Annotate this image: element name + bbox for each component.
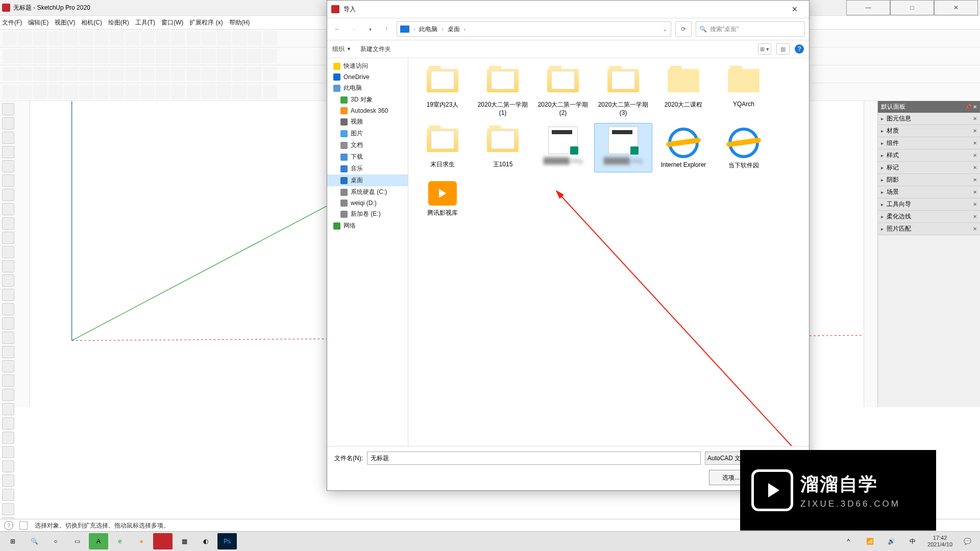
toolbar-tool[interactable]: [140, 49, 155, 63]
toolbar-tool[interactable]: [79, 67, 93, 81]
tree-node[interactable]: 网络: [327, 220, 408, 232]
nav-forward-button[interactable]: →: [348, 23, 360, 35]
left-tool[interactable]: [2, 217, 14, 230]
tray-item-styles[interactable]: 样式✕: [878, 149, 980, 162]
toolbar-tool[interactable]: [217, 85, 231, 99]
toolbar-tool[interactable]: [110, 67, 124, 81]
file-item[interactable]: 2020大二第一学期 (2): [534, 63, 592, 119]
breadcrumb-item[interactable]: 桌面: [448, 25, 460, 34]
toolbar-tool[interactable]: [64, 49, 78, 63]
tree-node[interactable]: 快速访问: [327, 60, 408, 72]
toolbar-tool[interactable]: [94, 49, 109, 63]
tray-ime[interactable]: 中: [903, 533, 922, 549]
toolbar-tool[interactable]: [64, 67, 78, 81]
toolbar-tool[interactable]: [18, 31, 32, 45]
toolbar-tool[interactable]: [94, 67, 109, 81]
toolbar-tool[interactable]: [110, 31, 124, 45]
toolbar-tool[interactable]: [186, 31, 201, 45]
left-tool[interactable]: [2, 403, 14, 415]
toolbar-tool[interactable]: [79, 85, 93, 99]
toolbar-tool[interactable]: [156, 49, 170, 63]
tree-node[interactable]: 此电脑: [327, 82, 408, 94]
file-item[interactable]: YQArch: [715, 63, 773, 119]
left-tool[interactable]: [2, 474, 14, 487]
toolbar-tool[interactable]: [217, 49, 231, 63]
chevron-down-icon[interactable]: ⌄: [663, 26, 668, 33]
tray-icon[interactable]: ^: [839, 533, 858, 549]
toolbar-tool[interactable]: [171, 31, 185, 45]
tree-node[interactable]: 视频: [327, 116, 408, 128]
toolbar-tool[interactable]: [48, 31, 63, 45]
toolbar-tool[interactable]: [125, 49, 139, 63]
left-tool[interactable]: [2, 246, 14, 258]
menu-file[interactable]: 文件(F): [2, 18, 22, 27]
toolbar-tool[interactable]: [248, 49, 262, 63]
file-item[interactable]: 末日求生: [413, 123, 472, 172]
tray-item-tags[interactable]: 标记✕: [878, 162, 980, 174]
toolbar-tool[interactable]: [140, 67, 155, 81]
toolbar-tool[interactable]: [202, 31, 216, 45]
left-tool[interactable]: [2, 503, 14, 515]
nav-back-button[interactable]: ←: [331, 23, 344, 35]
preview-pane-button[interactable]: ▥: [776, 43, 790, 55]
tray-item-shadows[interactable]: 阴影✕: [878, 174, 980, 186]
left-tool[interactable]: [2, 303, 14, 315]
toolbar-tool[interactable]: [125, 31, 139, 45]
maximize-button[interactable]: □: [890, 0, 934, 15]
file-list[interactable]: 19室内23人2020大二第一学期 (1)2020大二第一学期 (2)2020大…: [408, 58, 809, 446]
toolbar-tool[interactable]: [156, 85, 170, 99]
left-tool[interactable]: [2, 274, 14, 287]
file-item[interactable]: 2020大二第一学期 (3): [594, 63, 652, 119]
file-item[interactable]: 2020大二第一学期 (1): [474, 63, 532, 119]
menu-extensions[interactable]: 扩展程序 (x): [189, 18, 223, 27]
tray-pin-icon[interactable]: 📌 ✕: [965, 104, 977, 110]
left-tool[interactable]: [2, 203, 14, 215]
start-button[interactable]: ⊞: [3, 533, 22, 549]
search-button[interactable]: 🔍: [24, 533, 44, 549]
file-item[interactable]: 当下软件园: [715, 123, 773, 172]
toolbar-tool[interactable]: [156, 67, 170, 81]
toolbar-tool[interactable]: [248, 31, 262, 45]
tree-node[interactable]: weiqi (D:): [327, 198, 408, 208]
left-tool[interactable]: [2, 317, 14, 330]
tree-node[interactable]: 桌面: [327, 174, 408, 186]
toolbar-tool[interactable]: [217, 67, 231, 81]
cortana-button[interactable]: ○: [46, 533, 65, 549]
toolbar-tool[interactable]: [125, 67, 139, 81]
left-tool[interactable]: [2, 360, 14, 372]
left-tool[interactable]: [2, 432, 14, 444]
toolbar-tool[interactable]: [48, 67, 63, 81]
tree-node[interactable]: Autodesk 360: [327, 106, 408, 116]
address-bar[interactable]: › 此电脑 › 桌面 › ⌄: [397, 21, 671, 37]
toolbar-tool[interactable]: [232, 49, 247, 63]
taskbar-chrome[interactable]: ◐: [196, 533, 215, 549]
tree-node[interactable]: OneDrive: [327, 72, 408, 82]
taskbar-sketchup[interactable]: [153, 533, 173, 549]
toolbar-tool[interactable]: [18, 67, 32, 81]
tray-icon[interactable]: 🔊: [881, 533, 901, 549]
toolbar-tool[interactable]: [232, 67, 247, 81]
toolbar-tool[interactable]: [263, 31, 277, 45]
toolbar-tool[interactable]: [33, 67, 47, 81]
tray-header[interactable]: 默认面板 📌 ✕: [878, 101, 980, 113]
toolbar-tool[interactable]: [3, 49, 17, 63]
taskbar-app[interactable]: ●: [132, 533, 151, 549]
left-tool[interactable]: [2, 389, 14, 401]
toolbar-tool[interactable]: [186, 85, 201, 99]
taskbar-photoshop[interactable]: Ps: [217, 533, 237, 549]
toolbar-tool[interactable]: [3, 31, 17, 45]
menu-draw[interactable]: 绘图(R): [108, 18, 129, 27]
toolbar-tool[interactable]: [202, 67, 216, 81]
nav-recent-button[interactable]: ▾: [364, 23, 376, 35]
minimize-button[interactable]: —: [846, 0, 890, 15]
toolbar-tool[interactable]: [33, 31, 47, 45]
toolbar-tool[interactable]: [64, 31, 78, 45]
toolbar-tool[interactable]: [217, 31, 231, 45]
toolbar-tool[interactable]: [64, 85, 78, 99]
toolbar-tool[interactable]: [33, 49, 47, 63]
toolbar-tool[interactable]: [156, 31, 170, 45]
left-tool[interactable]: [2, 417, 14, 430]
notifications-button[interactable]: 💬: [958, 533, 977, 549]
left-tool[interactable]: [2, 189, 14, 201]
toolbar-tool[interactable]: [3, 67, 17, 81]
